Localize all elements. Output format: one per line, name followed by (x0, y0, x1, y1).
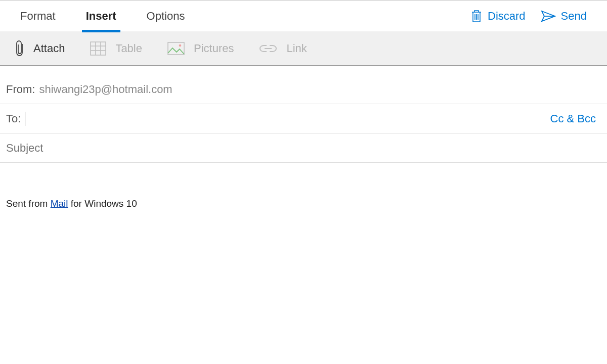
subject-row (0, 133, 607, 163)
tab-bar: Format Insert Options Discard Send (0, 1, 607, 31)
signature-prefix: Sent from (6, 198, 51, 209)
subject-input[interactable] (6, 141, 601, 156)
link-label: Link (286, 42, 307, 55)
paperclip-icon (15, 39, 24, 58)
svg-rect-0 (91, 42, 106, 55)
link-icon (259, 43, 277, 54)
svg-point-6 (179, 44, 182, 47)
link-button[interactable]: Link (259, 42, 307, 55)
tab-options[interactable]: Options (132, 1, 200, 31)
to-label: To: (6, 112, 21, 125)
tab-format[interactable]: Format (5, 1, 71, 31)
from-value[interactable]: shiwangi23p@hotmail.com (39, 83, 601, 96)
table-button[interactable]: Table (90, 41, 142, 56)
compose-area: From: shiwangi23p@hotmail.com To: Cc & B… (0, 75, 607, 209)
email-body[interactable]: Sent from Mail for Windows 10 (0, 163, 607, 209)
send-label: Send (561, 10, 587, 23)
tabs-left: Format Insert Options (5, 1, 200, 31)
to-row: To: Cc & Bcc (0, 104, 607, 133)
pictures-label: Pictures (194, 42, 234, 55)
send-icon (541, 10, 556, 22)
cc-bcc-link[interactable]: Cc & Bcc (550, 112, 601, 125)
attach-button[interactable]: Attach (15, 39, 65, 58)
pictures-icon (167, 42, 185, 55)
pictures-button[interactable]: Pictures (167, 42, 234, 55)
send-button[interactable]: Send (541, 10, 587, 23)
tab-insert[interactable]: Insert (71, 1, 132, 31)
actions-right: Discard Send (470, 9, 602, 23)
mail-app-link[interactable]: Mail (51, 198, 68, 209)
svg-rect-5 (168, 42, 184, 55)
trash-icon (470, 9, 483, 23)
table-icon (90, 41, 106, 56)
attach-label: Attach (33, 42, 65, 55)
table-label: Table (115, 42, 142, 55)
to-input[interactable] (25, 111, 550, 126)
insert-toolbar: Attach Table Pictures Link (0, 31, 607, 66)
from-row: From: shiwangi23p@hotmail.com (0, 75, 607, 104)
discard-button[interactable]: Discard (470, 9, 526, 23)
signature-suffix: for Windows 10 (68, 198, 137, 209)
discard-label: Discard (488, 10, 526, 23)
from-label: From: (6, 83, 35, 96)
